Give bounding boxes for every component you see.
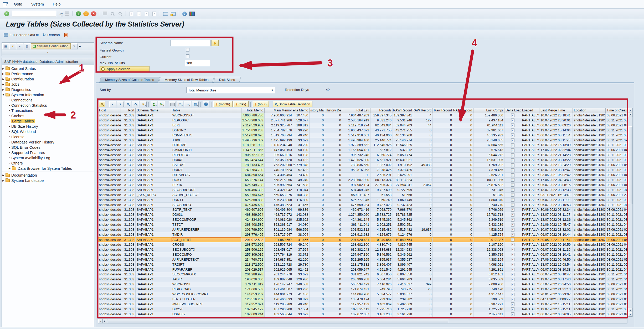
tab-memory-sizes-of-column-tables[interactable]: Memory Sizes of Column Tables bbox=[99, 77, 158, 83]
delta-loaded-checkbox[interactable]: ✓ bbox=[511, 138, 514, 142]
sidebar-item-sql-error-codes[interactable]: ·SQL Error Codes bbox=[2, 145, 94, 150]
column-header-history-de[interactable]: History De bbox=[325, 108, 342, 113]
sidebar-item-database-version-history[interactable]: ·Database Version History bbox=[2, 140, 94, 145]
hierarchy-icon[interactable]: ▥ bbox=[24, 43, 30, 49]
chevron-right-icon[interactable]: ▶ bbox=[2, 174, 5, 177]
refresh-button[interactable]: ↻ Refresh bbox=[43, 33, 60, 37]
export-icon[interactable]: ▼ bbox=[184, 101, 191, 107]
cancel-icon[interactable] bbox=[90, 11, 97, 17]
delta-loaded-checkbox[interactable]: ✓ bbox=[511, 213, 514, 217]
table-row[interactable]: shdbs4idessde31.303SAPABAP1TADIR190.026.… bbox=[98, 277, 627, 282]
column-header-raw-record[interactable]: Raw Record bbox=[433, 108, 453, 113]
column-header-schema-name[interactable]: Schema Name bbox=[136, 108, 171, 113]
table-row[interactable]: shdbs4idessde31.303SAPABAP1DBTABLOG684.3… bbox=[98, 173, 627, 178]
table-row[interactable]: shdbs4idessde31.303SAPABAP1REPOSRC2.578.… bbox=[98, 118, 627, 123]
column-header-main-memor[interactable]: Main Memor bbox=[265, 108, 293, 113]
column-header-loaded[interactable]: Loaded bbox=[521, 108, 539, 113]
table-row[interactable]: shdbs4idessde31.303SAPABAP1SEOCOMPOTX201… bbox=[98, 272, 627, 277]
delta-loaded-checkbox[interactable]: ✓ bbox=[511, 128, 514, 132]
value-help-button[interactable] bbox=[212, 40, 219, 46]
last-page-icon[interactable] bbox=[151, 11, 158, 17]
delta-loaded-checkbox[interactable]: ✓ bbox=[511, 148, 514, 152]
sidebar-item-data-browser-for-system-tables[interactable]: ▶Data Browser for System Tables bbox=[2, 166, 94, 171]
delta-loaded-checkbox[interactable]: ✓ bbox=[511, 168, 514, 172]
table-row[interactable]: shdbs4idessde31.303SAPABAP1AGR_HIERT291.… bbox=[98, 237, 627, 242]
delta-loaded-checkbox[interactable]: ✓ bbox=[511, 302, 514, 306]
exit-icon[interactable] bbox=[83, 11, 89, 17]
table-row[interactable]: shdbs4idessde31.303SAPABAP1DOKTL658.276.… bbox=[98, 178, 627, 183]
delta-loaded-checkbox[interactable]: ✓ bbox=[511, 258, 514, 261]
customize-icon[interactable] bbox=[189, 11, 195, 17]
delta-loaded-checkbox[interactable]: ✓ bbox=[511, 293, 514, 296]
delta-loaded-checkbox[interactable]: ✓ bbox=[511, 218, 514, 222]
vertical-scrollbar[interactable]: ▲ ▼ ▲ ▼ bbox=[628, 108, 633, 317]
column-header-total-memo[interactable]: Total Memo bbox=[241, 108, 265, 113]
menu-item-goto[interactable]: Goto bbox=[14, 2, 22, 6]
table-row[interactable]: shdbs4idessde31.303SAPABAP1RSMPTEXTS1.51… bbox=[98, 133, 627, 138]
table-row[interactable]: shdbs4idessde31.303SAPABAP1D010TAB1.180.… bbox=[98, 143, 627, 148]
table-row[interactable]: shdbs4idessde31.303SAPABAP1SEOSUBCO475.4… bbox=[98, 203, 627, 208]
table-row[interactable]: shdbs4idessde31.303SAPABAP1TSTCT363.408.… bbox=[98, 222, 627, 227]
table-row[interactable]: shdbs4idessde31.303SAPABAP1SEOSUBCODF594… bbox=[98, 188, 627, 193]
delta-loaded-checkbox[interactable]: ✓ bbox=[511, 183, 514, 187]
table-row[interactable]: shdbs4idessde31.303SAPABAP1SMIMCONT11.14… bbox=[98, 148, 627, 153]
apply-selection-button[interactable]: Apply Selection bbox=[100, 66, 150, 72]
create-shortcut-icon[interactable] bbox=[170, 11, 177, 17]
sidebar-item-transactions[interactable]: ·Transactions bbox=[2, 108, 94, 113]
column-header-table[interactable]: Table bbox=[171, 108, 241, 113]
chevron-right-icon[interactable]: ▶ bbox=[2, 83, 5, 86]
delta-loaded-checkbox[interactable]: ✓ bbox=[511, 248, 514, 251]
delta-loaded-checkbox[interactable]: ✓ bbox=[511, 124, 514, 127]
scroll-up-bottom-icon[interactable]: ▲ bbox=[628, 308, 632, 312]
delta-loaded-checkbox[interactable]: ✓ bbox=[511, 203, 514, 207]
chevron-down-icon[interactable]: ▼ bbox=[2, 94, 5, 96]
chevron-right-icon[interactable]: ▶ bbox=[2, 73, 5, 75]
delta-loaded-checkbox[interactable]: ✓ bbox=[511, 119, 514, 122]
find-next-icon[interactable] bbox=[117, 11, 123, 17]
table-row[interactable]: shdbs4idessde31.303SAPABAP1E0712.119.529… bbox=[98, 123, 627, 128]
chevron-right-icon[interactable]: ▶ bbox=[8, 167, 11, 170]
column-header-raw-record[interactable]: RAW Record bbox=[453, 108, 473, 113]
horizontal-scroll-thumb[interactable] bbox=[108, 319, 448, 323]
column-header-time-of-creatio[interactable]: Time of Creatio bbox=[606, 108, 627, 113]
table-row[interactable]: shdbs4idessde31.303SAPABAP1SEOSUBCOTX258… bbox=[98, 247, 627, 252]
menu-item-help[interactable]: Help bbox=[53, 2, 61, 6]
system-configuration-button[interactable]: System Configuration bbox=[31, 43, 71, 49]
delta-loaded-checkbox[interactable]: ✓ bbox=[511, 133, 514, 137]
collapse-icon[interactable]: « bbox=[59, 12, 61, 16]
sidebar-item-others[interactable]: ·Others bbox=[2, 161, 94, 166]
save-icon[interactable] bbox=[64, 11, 70, 17]
chevron-right-icon[interactable]: ▶ bbox=[2, 78, 5, 80]
delta-loaded-checkbox[interactable]: ✓ bbox=[511, 278, 514, 281]
delta-loaded-checkbox[interactable]: ✓ bbox=[511, 283, 514, 286]
sidebar-item-current-status[interactable]: ▶Current Status bbox=[2, 66, 94, 71]
table-row[interactable]: shdbs4idessde31.303SAPABAP1D010INC1.754.… bbox=[98, 128, 627, 133]
tab-disk-sizes[interactable]: Disk Sizes bbox=[213, 77, 239, 83]
delta-loaded-checkbox[interactable]: ✓ bbox=[511, 273, 514, 276]
table-row[interactable]: shdbs4idessde31.303SAPABAP1WBCROSSGT7.96… bbox=[98, 113, 627, 118]
print-icon[interactable] bbox=[101, 11, 108, 17]
sort-descending-icon[interactable] bbox=[117, 101, 124, 107]
table-row[interactable]: shdbs4idessde31.303SAPABAP1DD03L468.899.… bbox=[98, 212, 627, 217]
table-row[interactable]: shdbs4idessde31.303_SYS_REPOACTIVE_OBJEC… bbox=[98, 193, 627, 198]
choose-layout-icon[interactable]: ▼ bbox=[192, 101, 199, 107]
column-header-raw-record[interactable]: RAW Record bbox=[393, 108, 413, 113]
current-checkbox[interactable] bbox=[186, 54, 189, 58]
table-row[interactable]: shdbs4idessde31.303SAPABAP1DD04T863.424.… bbox=[98, 158, 627, 163]
sidebar-item-supported-features[interactable]: ·Supported Features bbox=[2, 150, 94, 155]
table-row[interactable]: shdbs4idessde31.303SAPABAP1CROSS268.573.… bbox=[98, 242, 627, 247]
chevron-right-icon[interactable]: ▶ bbox=[2, 179, 5, 182]
enter-icon[interactable] bbox=[3, 11, 10, 17]
delta-loaded-checkbox[interactable]: ✓ bbox=[511, 253, 514, 256]
sidebar-item-sql-workload[interactable]: ·SQL Workload bbox=[2, 129, 94, 134]
fullscreen-button[interactable]: Full Screen On/Off bbox=[4, 33, 39, 37]
schema-name-input[interactable] bbox=[171, 40, 210, 46]
table-row[interactable]: shdbs4idessde31.303SAPABAP1WDY_CONFIG_CO… bbox=[98, 292, 627, 297]
column-header-raw-record[interactable]: RAW Record bbox=[413, 108, 433, 113]
delta-loaded-checkbox[interactable]: ✓ bbox=[511, 223, 514, 227]
filter-icon[interactable]: ▼ bbox=[9, 43, 16, 49]
column-header-delta-memo[interactable]: Delta Memo bbox=[293, 108, 310, 113]
column-header-last-merge-time[interactable]: Last Merge Time bbox=[539, 108, 573, 113]
table-row[interactable]: shdbs4idessde31.303SAPABAP1DDNTT525.358.… bbox=[98, 198, 627, 203]
sidebar-item-large-tables[interactable]: ·Large Tables bbox=[2, 119, 94, 124]
